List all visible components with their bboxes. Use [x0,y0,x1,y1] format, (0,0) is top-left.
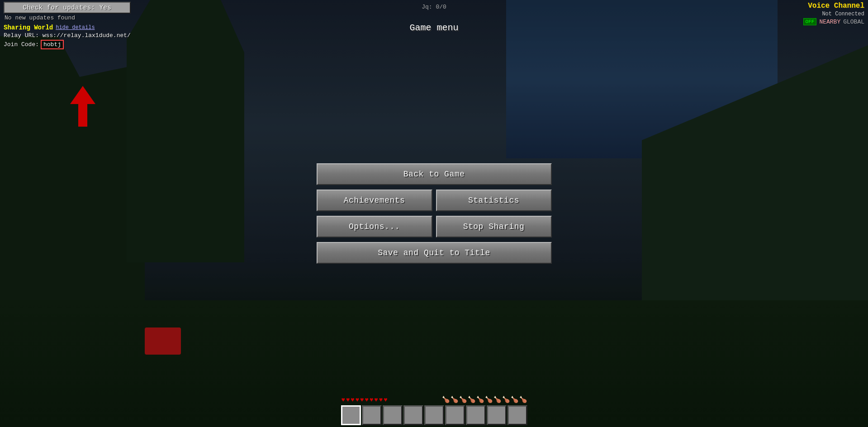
achievements-button[interactable]: Achievements [317,190,432,211]
options-stopsharing-row: Options... Stop Sharing [317,216,552,237]
no-updates-text: No new updates found [4,14,131,21]
heart-9: ♥ [379,396,383,403]
food-6: 🍗 [485,396,493,403]
statistics-button[interactable]: Statistics [436,190,552,211]
heart-8: ♥ [374,396,378,403]
food-5: 🍗 [476,396,484,403]
voice-channel-panel: Voice Channel Not Connected OFF NEARBY G… [803,2,864,25]
tree-left [0,36,145,308]
heart-2: ♥ [346,396,350,403]
food-1: 🍗 [442,396,450,403]
achievements-statistics-row: Achievements Statistics [317,190,552,211]
food-bar: 🍗 🍗 🍗 🍗 🍗 🍗 🍗 🍗 🍗 🍗 [442,396,527,403]
food-9: 🍗 [511,396,518,403]
check-updates-button[interactable]: Check for updates: Yes [4,2,131,14]
save-quit-button[interactable]: Save and Quit to Title [317,242,552,264]
hotbar-slot-2[interactable] [362,405,382,425]
health-food-row: ♥ ♥ ♥ ♥ ♥ ♥ ♥ ♥ ♥ ♥ 🍗 🍗 🍗 🍗 🍗 🍗 🍗 🍗 🍗 🍗 [341,396,526,403]
top-left-panel: Check for updates: Yes No new updates fo… [4,2,131,49]
hotbar-slot-1[interactable] [341,405,361,425]
red-plant [145,327,181,355]
back-to-game-button[interactable]: Back to Game [317,163,552,185]
relay-url-text: Relay URL: wss://relay.lax1dude.net/ [4,32,131,39]
heart-6: ♥ [365,396,369,403]
voice-channel-status: Not Connected [822,11,864,17]
hud-bottom: ♥ ♥ ♥ ♥ ♥ ♥ ♥ ♥ ♥ ♥ 🍗 🍗 🍗 🍗 🍗 🍗 🍗 🍗 🍗 🍗 [341,396,527,427]
game-menu-title: Game menu [409,23,458,33]
heart-1: ♥ [341,396,345,403]
xp-text: Jq: 0/0 [422,4,446,10]
hotbar-slot-8[interactable] [487,405,507,425]
heart-4: ♥ [356,396,359,403]
global-label[interactable]: GLOBAL [843,19,864,25]
arrow-head [70,86,95,104]
nearby-label[interactable]: NEARBY [819,19,840,25]
arrow-shaft [78,104,87,127]
hotbar [341,405,527,425]
hide-details-link[interactable]: hide details [56,24,95,31]
hotbar-slot-7[interactable] [466,405,486,425]
food-4: 🍗 [468,396,475,403]
voice-channel-title: Voice Channel [808,2,864,10]
voice-channel-row: OFF NEARBY GLOBAL [803,18,864,25]
hotbar-slot-4[interactable] [403,405,423,425]
food-8: 🍗 [502,396,510,403]
food-7: 🍗 [493,396,501,403]
sharing-world-line: Sharing World hide details [4,24,131,31]
stop-sharing-button[interactable]: Stop Sharing [436,216,552,237]
food-2: 🍗 [451,396,458,403]
food-3: 🍗 [459,396,467,403]
food-10: 🍗 [519,396,527,403]
xp-display: Jq: 0/0 [422,4,446,10]
heart-7: ♥ [370,396,373,403]
hotbar-slot-9[interactable] [508,405,527,425]
off-badge[interactable]: OFF [803,18,817,25]
hotbar-slot-6[interactable] [445,405,465,425]
join-code-label: Join Code: [4,41,39,48]
hotbar-slot-5[interactable] [424,405,444,425]
hotbar-slot-3[interactable] [383,405,403,425]
join-code-value: hobtj [41,40,64,49]
options-button[interactable]: Options... [317,216,432,237]
heart-10: ♥ [384,396,387,403]
health-bar: ♥ ♥ ♥ ♥ ♥ ♥ ♥ ♥ ♥ ♥ [341,396,387,403]
heart-3: ♥ [351,396,354,403]
arrow-indicator [70,86,95,127]
menu-panel: Back to Game Achievements Statistics Opt… [317,163,552,264]
sharing-world-label: Sharing World [4,24,53,31]
heart-5: ♥ [360,396,364,403]
join-code-line: Join Code: hobtj [4,40,131,49]
